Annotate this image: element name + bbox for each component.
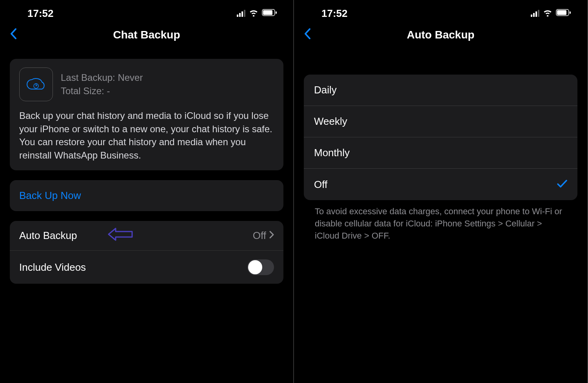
chat-backup-screen: 17:52 Chat Backup xyxy=(0,0,294,383)
svg-rect-1 xyxy=(263,10,272,15)
last-backup-label: Last Backup: Never xyxy=(61,72,143,83)
checkmark-icon xyxy=(557,178,567,191)
back-button[interactable] xyxy=(302,27,313,43)
backup-now-button[interactable]: Back Up Now xyxy=(10,180,283,211)
option-label: Daily xyxy=(314,84,337,96)
status-icons xyxy=(237,9,278,18)
status-time: 17:52 xyxy=(27,7,54,20)
option-label: Off xyxy=(314,179,327,191)
option-label: Weekly xyxy=(314,115,347,128)
auto-backup-row[interactable]: Auto Backup Off xyxy=(10,221,283,251)
include-videos-row: Include Videos xyxy=(10,251,283,284)
status-bar: 17:52 xyxy=(294,0,587,24)
cellular-signal-icon xyxy=(531,10,539,17)
auto-backup-label: Auto Backup xyxy=(19,230,77,242)
wifi-icon xyxy=(543,9,553,18)
status-bar: 17:52 xyxy=(0,0,293,24)
total-size-label: Total Size: - xyxy=(61,86,143,97)
arrow-annotation-icon xyxy=(108,228,133,244)
backup-description: Back up your chat history and media to i… xyxy=(19,109,274,162)
nav-bar: Chat Backup xyxy=(0,24,293,51)
frequency-options-list: Daily Weekly Monthly Off xyxy=(304,75,577,200)
battery-icon xyxy=(556,9,572,18)
page-title: Auto Backup xyxy=(407,29,475,41)
page-title: Chat Backup xyxy=(113,29,180,41)
auto-backup-screen: 17:52 Auto Backup Daily xyxy=(294,0,588,383)
option-daily[interactable]: Daily xyxy=(304,75,577,106)
option-weekly[interactable]: Weekly xyxy=(304,106,577,137)
auto-backup-value: Off xyxy=(253,230,266,242)
include-videos-label: Include Videos xyxy=(19,261,86,274)
backup-info-card: Last Backup: Never Total Size: - Back up… xyxy=(10,59,283,170)
content-area: Last Backup: Never Total Size: - Back up… xyxy=(0,51,293,292)
svg-rect-2 xyxy=(276,11,277,14)
status-icons xyxy=(531,9,572,18)
content-area: Daily Weekly Monthly Off To avoid excess… xyxy=(294,51,587,250)
wifi-icon xyxy=(249,9,259,18)
option-label: Monthly xyxy=(314,147,350,159)
battery-icon xyxy=(262,9,278,18)
svg-rect-6 xyxy=(570,11,571,14)
footer-help-text: To avoid excessive data charges, connect… xyxy=(304,200,577,242)
cellular-signal-icon xyxy=(237,10,245,17)
option-monthly[interactable]: Monthly xyxy=(304,137,577,169)
nav-bar: Auto Backup xyxy=(294,24,587,51)
settings-list: Auto Backup Off Include Videos xyxy=(10,221,283,284)
include-videos-toggle[interactable] xyxy=(247,259,274,275)
option-off[interactable]: Off xyxy=(304,169,577,200)
svg-rect-5 xyxy=(557,10,566,15)
cloud-backup-icon xyxy=(19,67,53,101)
chevron-right-icon xyxy=(269,231,274,241)
status-time: 17:52 xyxy=(321,7,348,20)
back-button[interactable] xyxy=(8,27,19,43)
